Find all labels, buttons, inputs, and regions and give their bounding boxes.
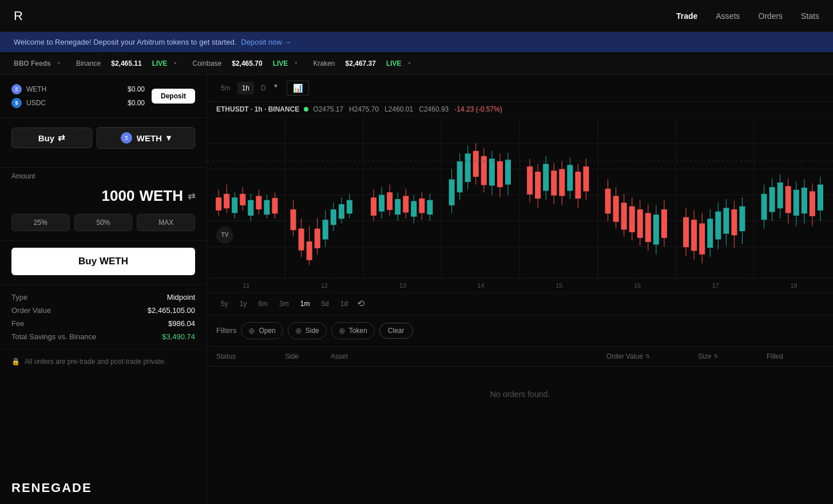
svg-rect-93 (605, 189, 611, 213)
nav-trade[interactable]: Trade (676, 11, 697, 21)
col-header-size[interactable]: Size ⇅ (698, 352, 767, 360)
svg-rect-87 (567, 165, 573, 191)
bbo-dot-3: • (295, 59, 297, 68)
type-label: Type (11, 293, 27, 301)
svg-rect-129 (778, 182, 783, 208)
tf-5y-button[interactable]: 5y (216, 297, 233, 310)
nav-assets[interactable]: Assets (716, 11, 740, 21)
svg-rect-139 (818, 185, 823, 211)
tf-3m-button[interactable]: 3m (275, 297, 293, 310)
weth-balance-row: Ξ WETH $0.00 (11, 84, 145, 94)
filter-token-label: Token (349, 327, 367, 335)
tf-1m-button[interactable]: 1m (296, 297, 315, 310)
chart-timeframe-row-bottom: 5y 1y 6m 3m 1m 5d 1d ⟲ (207, 292, 833, 315)
nav-stats[interactable]: Stats (801, 11, 819, 21)
svg-rect-57 (419, 199, 425, 213)
weth-name: WETH (26, 85, 49, 93)
privacy-text: All orders are pre-trade and post-trade … (25, 358, 166, 366)
x-label-11: 11 (243, 282, 249, 289)
chart-live-dot (304, 107, 308, 112)
svg-rect-45 (371, 197, 376, 216)
col-header-filled: Filled (767, 352, 824, 360)
chart-range-reset-icon[interactable]: ⟲ (357, 298, 364, 309)
filter-open-button[interactable]: ⊕ Open (241, 322, 283, 339)
banner-text: Welcome to Renegade! Deposit your Arbitr… (14, 38, 236, 46)
left-panel: Ξ WETH $0.00 $ USDC $0.00 Deposit Buy ⇄ (0, 75, 207, 504)
x-label-17: 17 (712, 282, 719, 289)
x-label-13: 13 (399, 282, 406, 289)
svg-rect-31 (299, 229, 304, 251)
svg-rect-17 (232, 197, 237, 213)
svg-rect-25 (264, 200, 269, 215)
svg-rect-61 (449, 180, 455, 205)
nav-orders[interactable]: Orders (758, 11, 783, 21)
bbo-binance-label: Binance (76, 59, 101, 68)
deposit-now-link[interactable]: Deposit now → (241, 38, 291, 46)
tf-6m-button[interactable]: 6m (253, 297, 272, 310)
amount-swap-icon[interactable]: ⇄ (188, 191, 195, 201)
col-header-asset: Asset (331, 352, 606, 360)
chart-header: 5m 1h D ▾ 📊 (207, 75, 833, 102)
bbo-binance-price: $2,465.11 (111, 59, 141, 68)
pct-50-button[interactable]: 50% (74, 214, 133, 231)
chart-ohlc-info: ETHUSDT · 1h · BINANCE O2475.17 H2475.70… (207, 102, 833, 117)
svg-rect-89 (575, 172, 581, 199)
svg-rect-99 (629, 207, 635, 232)
amount-token: WETH (139, 187, 183, 205)
col-header-order-value[interactable]: Order Value ⇅ (606, 352, 698, 360)
right-panel: 5m 1h D ▾ 📊 ETHUSDT · 1h · BINANCE O2475… (207, 75, 833, 504)
deposit-button[interactable]: Deposit (152, 89, 195, 104)
tf-1d-button[interactable]: 1d (336, 297, 352, 310)
bbo-feeds-bar: BBO Feeds • Binance $2,465.11 LIVE • Coi… (0, 52, 833, 75)
filters-row: Filters ⊕ Open ⊕ Side ⊕ Token Clear (207, 315, 833, 347)
pct-25-button[interactable]: 25% (11, 214, 70, 231)
bbo-dot-2: • (174, 59, 176, 68)
pct-max-button[interactable]: MAX (137, 214, 195, 231)
svg-rect-105 (653, 215, 659, 244)
bbo-kraken-price: $2,467.37 (346, 59, 376, 68)
selected-token-label: WETH (137, 133, 162, 143)
token-selector-button[interactable]: Ξ WETH ▾ (97, 127, 195, 149)
lock-icon: 🔒 (11, 358, 20, 366)
svg-rect-97 (621, 203, 627, 229)
balance-list: Ξ WETH $0.00 $ USDC $0.00 (11, 84, 145, 108)
svg-rect-21 (248, 200, 253, 216)
tf-1h-button[interactable]: 1h (237, 82, 254, 94)
buy-action-button[interactable]: Buy WETH (11, 248, 195, 275)
savings-label: Total Savings vs. Binance (11, 332, 96, 341)
filter-side-button[interactable]: ⊕ Side (288, 322, 327, 339)
filter-token-button[interactable]: ⊕ Token (331, 322, 375, 339)
clear-filters-button[interactable]: Clear (379, 323, 413, 339)
order-info-section: Type Midpoint Order Value $2,465,105.00 … (0, 285, 207, 350)
dropdown-chevron-icon: ▾ (166, 133, 171, 143)
col-header-status: Status (216, 352, 285, 360)
main-layout: Ξ WETH $0.00 $ USDC $0.00 Deposit Buy ⇄ (0, 75, 833, 504)
svg-rect-37 (323, 220, 328, 239)
buy-label: Buy (38, 133, 54, 143)
amount-section: Amount 1000 WETH ⇄ 25% 50% MAX (0, 168, 207, 241)
buy-side-button[interactable]: Buy ⇄ (11, 128, 92, 148)
size-sort-icon: ⇅ (713, 353, 718, 359)
svg-rect-69 (481, 156, 487, 185)
svg-rect-79 (535, 172, 541, 199)
filter-open-plus-icon: ⊕ (248, 326, 255, 335)
order-value-sort-icon: ⇅ (645, 353, 650, 359)
svg-rect-39 (331, 209, 336, 225)
chart-close: C2460.93 (419, 105, 449, 113)
tf-1y-button[interactable]: 1y (235, 297, 252, 310)
buy-action-section: Buy WETH (0, 241, 207, 285)
chart-type-button[interactable]: 📊 (287, 81, 309, 96)
weth-balance: $0.00 (128, 85, 145, 93)
trade-type-row: Buy ⇄ Ξ WETH ▾ (11, 127, 195, 149)
tf-5m-button[interactable]: 5m (216, 82, 235, 94)
svg-rect-113 (699, 223, 705, 254)
col-header-side: Side (285, 352, 331, 360)
tf-5d-button[interactable]: 5d (316, 297, 333, 310)
svg-rect-43 (347, 200, 352, 214)
tf-d-button[interactable]: D (256, 82, 271, 94)
filters-label: Filters (216, 326, 236, 335)
tf-dropdown-icon[interactable]: ▾ (274, 82, 277, 94)
x-label-15: 15 (556, 282, 562, 289)
svg-rect-103 (645, 213, 651, 242)
type-row: Type Midpoint (11, 293, 195, 301)
